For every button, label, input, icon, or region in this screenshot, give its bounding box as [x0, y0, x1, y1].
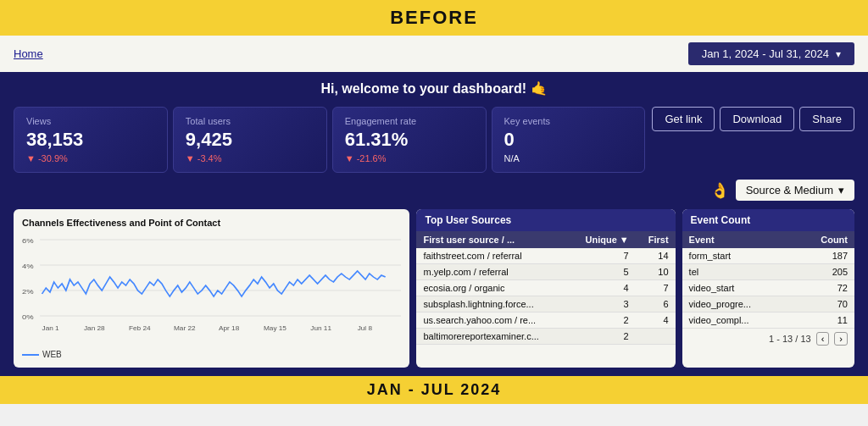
col-count[interactable]: Count — [794, 231, 854, 248]
date-range-selector[interactable]: Jan 1, 2024 - Jul 31, 2024 ▾ — [688, 42, 854, 65]
col-source[interactable]: First user source / ... — [416, 231, 568, 248]
source-cell: subsplash.lightning.force... — [416, 296, 568, 313]
svg-text:Jul 8: Jul 8 — [358, 325, 372, 332]
views-change: ▼ -30.9% — [26, 153, 155, 163]
legend-web-label: WEB — [42, 350, 62, 359]
event-pagination: 1 - 13 / 13 ‹ › — [682, 329, 854, 349]
unique-cell: 2 — [569, 313, 636, 329]
count-cell: 70 — [794, 296, 854, 313]
svg-text:May 15: May 15 — [264, 325, 287, 332]
table-row: form_start 187 — [682, 248, 854, 264]
events-change: N/A — [504, 153, 633, 163]
welcome-message: Hi, welcome to your dashboard! 🤙 — [14, 80, 854, 97]
before-banner: BEFORE — [0, 0, 868, 36]
chart-title: Channels Effectiveness and Point of Cont… — [22, 218, 401, 228]
unique-cell: 4 — [569, 280, 636, 296]
metric-cards: Views 38,153 ▼ -30.9% Total users 9,425 … — [14, 107, 645, 173]
views-value: 38,153 — [26, 130, 155, 150]
action-buttons: Get link Download Share — [652, 107, 854, 131]
first-cell: 6 — [636, 296, 676, 313]
after-banner: JAN - JUL 2024 — [0, 376, 868, 404]
users-label: Total users — [186, 116, 314, 126]
event-count-table: Event Count form_start 187 tel 205 video… — [682, 231, 854, 329]
home-link[interactable]: Home — [14, 47, 43, 60]
event-count-panel: Event Count Event Count form_start 187 t… — [682, 209, 854, 368]
chart-legend: WEB — [22, 350, 401, 359]
svg-text:Apr 18: Apr 18 — [219, 325, 239, 332]
source-medium-dropdown[interactable]: Source & Medium ▾ — [736, 180, 854, 201]
metric-card-engagement: Engagement rate 61.31% ▼ -21.6% — [332, 107, 487, 173]
date-range-chevron-icon: ▾ — [836, 48, 841, 60]
table-row: video_compl... 11 — [682, 313, 854, 329]
legend-web-line — [22, 354, 39, 356]
table-row: video_start 72 — [682, 280, 854, 296]
metrics-row: Views 38,153 ▼ -30.9% Total users 9,425 … — [14, 107, 854, 173]
count-cell: 187 — [794, 248, 854, 264]
first-cell: 7 — [636, 280, 676, 296]
views-label: Views — [26, 116, 155, 126]
source-medium-chevron-icon: ▾ — [838, 184, 844, 196]
count-cell: 72 — [794, 280, 854, 296]
event-cell: video_start — [682, 280, 795, 296]
engagement-label: Engagement rate — [345, 116, 474, 126]
table-row: m.yelp.com / referral 5 10 — [416, 264, 675, 280]
unique-cell: 2 — [569, 329, 636, 345]
top-sources-title: Top User Sources — [416, 209, 675, 231]
users-change: ▼ -3.4% — [186, 153, 314, 163]
channels-chart: 6% 4% 2% 0% Jan 1 Jan 28 Feb 24 Mar 22 A… — [22, 233, 401, 343]
source-cell: baltimorereportexaminer.c... — [416, 329, 568, 345]
table-row: ecosia.org / organic 4 7 — [416, 280, 675, 296]
svg-text:4%: 4% — [22, 263, 34, 270]
source-cell: faithstreet.com / referral — [416, 248, 568, 264]
source-medium-label: Source & Medium — [746, 184, 833, 196]
table-row: us.search.yahoo.com / re... 2 4 — [416, 313, 675, 329]
event-cell: video_progre... — [682, 296, 795, 313]
metric-card-users: Total users 9,425 ▼ -3.4% — [173, 107, 327, 173]
download-button[interactable]: Download — [720, 107, 794, 131]
count-cell: 11 — [794, 313, 854, 329]
table-row: subsplash.lightning.force... 3 6 — [416, 296, 675, 313]
svg-text:Feb 24: Feb 24 — [129, 325, 151, 332]
first-cell: 14 — [636, 248, 676, 264]
table-row: tel 205 — [682, 264, 854, 280]
event-cell: tel — [682, 264, 795, 280]
source-cell: us.search.yahoo.com / re... — [416, 313, 568, 329]
top-sources-table: First user source / ... Unique ▼ First f… — [416, 231, 675, 345]
engagement-value: 61.31% — [345, 130, 474, 150]
table-row: faithstreet.com / referral 7 14 — [416, 248, 675, 264]
event-cell: video_compl... — [682, 313, 795, 329]
svg-text:6%: 6% — [22, 237, 34, 245]
metric-card-events: Key events 0 N/A — [492, 107, 646, 173]
share-button[interactable]: Share — [799, 107, 854, 131]
events-value: 0 — [504, 130, 633, 150]
dashboard-body: Hi, welcome to your dashboard! 🤙 Views 3… — [0, 72, 868, 376]
filter-row: 👌 Source & Medium ▾ — [14, 180, 854, 201]
count-cell: 205 — [794, 264, 854, 280]
unique-cell: 3 — [569, 296, 636, 313]
event-count-title: Event Count — [682, 209, 854, 231]
engagement-change: ▼ -21.6% — [345, 153, 474, 163]
pagination-text: 1 - 13 / 13 — [769, 334, 811, 344]
bottom-panels: Channels Effectiveness and Point of Cont… — [14, 209, 854, 368]
filter-emoji-icon: 👌 — [710, 181, 729, 200]
pagination-prev-button[interactable]: ‹ — [816, 332, 830, 346]
col-unique[interactable]: Unique ▼ — [569, 231, 636, 248]
col-event[interactable]: Event — [682, 231, 795, 248]
svg-text:Mar 22: Mar 22 — [174, 325, 196, 332]
table-row: baltimorereportexaminer.c... 2 — [416, 329, 675, 345]
svg-text:Jun 11: Jun 11 — [310, 325, 331, 332]
top-sources-panel: Top User Sources First user source / ...… — [416, 209, 675, 368]
get-link-button[interactable]: Get link — [652, 107, 715, 131]
svg-text:2%: 2% — [22, 288, 34, 296]
events-label: Key events — [504, 116, 633, 126]
unique-cell: 5 — [569, 264, 636, 280]
first-cell: 10 — [636, 264, 676, 280]
source-cell: ecosia.org / organic — [416, 280, 568, 296]
pagination-next-button[interactable]: › — [834, 332, 848, 346]
source-cell: m.yelp.com / referral — [416, 264, 568, 280]
svg-text:Jan 1: Jan 1 — [42, 325, 59, 332]
col-first[interactable]: First — [636, 231, 676, 248]
top-bar: Home Jan 1, 2024 - Jul 31, 2024 ▾ — [0, 36, 868, 72]
svg-text:Jan 28: Jan 28 — [84, 325, 105, 332]
event-cell: form_start — [682, 248, 795, 264]
